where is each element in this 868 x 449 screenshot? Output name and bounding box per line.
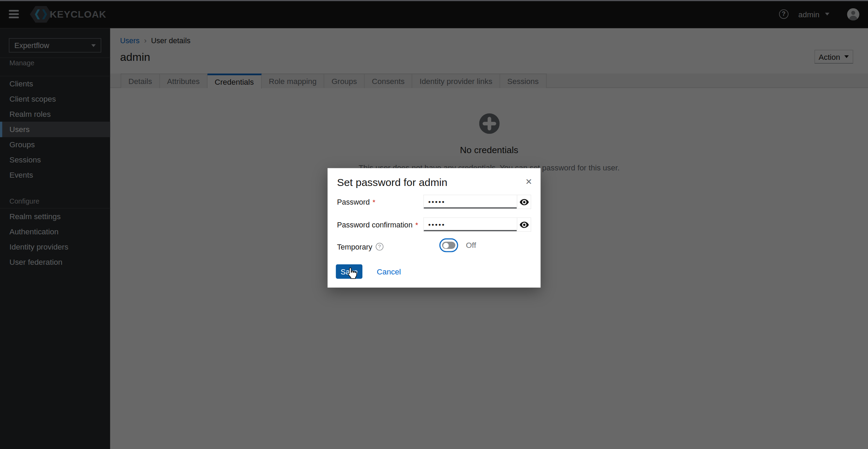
question-circle-icon[interactable]: ?: [376, 243, 383, 250]
required-asterisk: *: [415, 221, 418, 229]
password-confirmation-input-group: [423, 217, 531, 232]
set-password-modal: Set password for admin ✕ Password * Pass…: [327, 168, 541, 288]
toggle-knob: [443, 243, 449, 248]
temporary-toggle[interactable]: [439, 238, 458, 252]
password-confirmation-input[interactable]: [424, 218, 517, 231]
temporary-label: Temporary: [337, 243, 372, 251]
show-password-confirmation-button[interactable]: [517, 218, 530, 231]
modal-footer: Save Cancel: [336, 264, 401, 279]
temporary-row: Temporary ? Off: [337, 238, 531, 255]
toggle-track: [442, 242, 455, 249]
password-label: Password: [337, 198, 370, 206]
eye-icon: [519, 198, 529, 206]
save-button[interactable]: Save: [336, 264, 362, 279]
keycloak-admin-console: KEYCLOAK ? admin Expertflow Manage: [0, 0, 868, 449]
password-input[interactable]: [424, 195, 517, 208]
eye-icon: [519, 221, 529, 228]
password-row: Password *: [337, 195, 531, 209]
close-icon[interactable]: ✕: [525, 178, 532, 186]
password-input-group: [423, 195, 531, 209]
required-asterisk: *: [372, 198, 375, 206]
cancel-button[interactable]: Cancel: [377, 267, 401, 276]
show-password-button[interactable]: [517, 195, 530, 208]
password-confirmation-label: Password confirmation: [337, 221, 413, 229]
modal-title: Set password for admin: [337, 176, 447, 188]
toggle-state-label: Off: [466, 241, 476, 250]
password-confirmation-row: Password confirmation *: [337, 217, 531, 232]
